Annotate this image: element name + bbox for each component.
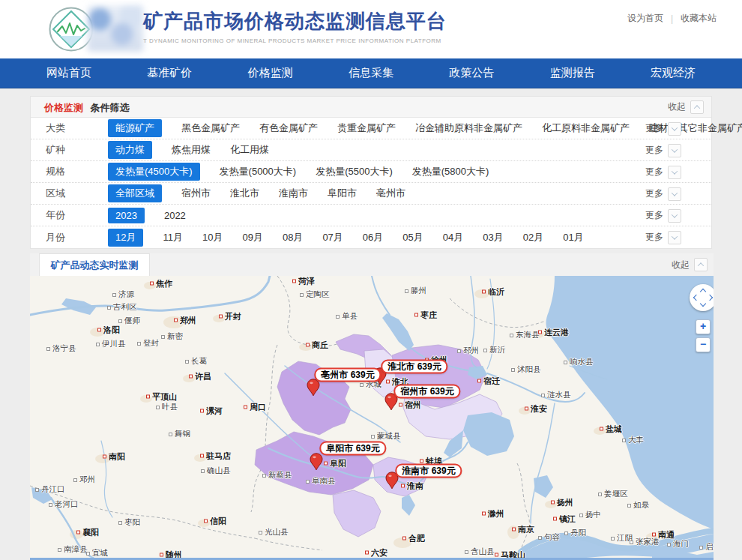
nav-item-1[interactable]: 基准矿价 [147,66,192,80]
filter-chip-selected[interactable]: 能源矿产 [108,119,162,137]
chevron-down-icon[interactable] [668,144,681,157]
filter-option[interactable]: 淮北市 [230,187,259,200]
chevron-down-icon[interactable] [668,166,681,179]
map-city-label: 邓州 [73,475,95,485]
filter-option[interactable]: 化工原料非金属矿产 [542,121,630,135]
filter-option[interactable]: 宿州市 [181,187,211,200]
more-control[interactable]: 更多 [645,183,681,205]
filter-option[interactable]: 发热量(5500大卡) [316,165,393,178]
city-dot-icon [564,532,568,535]
filter-option[interactable]: 08月 [283,231,303,244]
map-city-label: 阜南县 [306,476,336,487]
filter-option[interactable]: 05月 [402,231,423,244]
zoom-out-button[interactable]: − [696,337,711,352]
map-canvas[interactable]: 焦作菏泽济源定陶区滕州临沂吉利区枣庄偃师郑州开封单县洛阳东海县连云港新密登封伊川… [30,276,714,560]
map-city-label: 宿迁 [477,376,500,387]
price-marker-label[interactable]: 淮南市 639元 [395,464,462,478]
filter-row-label: 矿种 [46,143,108,157]
filter-row: 区域全部区域宿州市淮北市淮南市阜阳市亳州市更多 [31,183,711,205]
more-control[interactable]: 更多 [645,161,681,183]
filter-option[interactable]: 化工用煤 [230,143,269,157]
map-panel-head: 矿产品动态实时监测 收起 [30,253,714,276]
filter-option[interactable]: 07月 [322,231,343,244]
filter-option[interactable]: 2022 [164,210,186,221]
price-marker-label[interactable]: 阜阳市 639元 [319,442,386,456]
price-marker-label[interactable]: 淮北市 639元 [381,360,447,374]
price-pin-icon[interactable] [310,453,323,471]
price-marker-label[interactable]: 宿州市 639元 [393,385,460,399]
pan-left-icon[interactable] [693,295,699,301]
pan-down-icon[interactable] [700,301,706,307]
filter-option[interactable]: 10月 [202,231,223,244]
nav-item-2[interactable]: 价格监测 [248,66,293,80]
more-control[interactable]: 更多 [645,139,681,161]
nav-item-6[interactable]: 宏观经济 [651,66,696,80]
filter-chip-selected[interactable]: 全部区域 [108,184,162,202]
chevron-up-icon[interactable] [694,258,708,271]
filter-option[interactable]: 发热量(5000大卡) [220,165,297,178]
filter-option[interactable]: 有色金属矿产 [259,121,318,135]
filter-option[interactable]: 发热量(5800大卡) [412,165,489,178]
filter-option[interactable]: 亳州市 [376,187,405,200]
map-city-label: 济源 [112,289,134,300]
nav-item-0[interactable]: 网站首页 [46,66,91,80]
filter-chip-selected[interactable]: 12月 [108,229,143,247]
favorite-link[interactable]: 收藏本站 [681,12,717,25]
filter-option[interactable]: 淮南市 [279,187,308,200]
map-city-label: 伊川县 [96,339,126,349]
filter-row: 规格发热量(4500大卡)发热量(5000大卡)发热量(5500大卡)发热量(5… [31,161,711,183]
city-dot-icon [150,282,154,286]
filter-option[interactable]: 04月 [443,231,463,244]
chevron-down-icon[interactable] [668,187,681,201]
pan-right-icon[interactable] [707,295,713,301]
filter-collapse-control[interactable]: 收起 [668,97,704,117]
more-label: 更多 [645,187,663,200]
collapse-label: 收起 [672,259,690,271]
filter-option[interactable]: 11月 [163,231,183,244]
chevron-down-icon[interactable] [668,231,681,244]
nav-item-4[interactable]: 政策公告 [449,66,494,80]
city-dot-icon [292,280,296,283]
city-dot-icon [512,528,516,532]
filter-chip-selected[interactable]: 2023 [108,208,145,223]
more-control[interactable]: 更多 [645,226,681,248]
map-city-label: 新蔡县 [262,470,292,481]
filter-option[interactable]: 01月 [563,231,583,244]
chevron-up-icon[interactable] [690,100,704,114]
city-dot-icon [200,454,204,458]
filter-option[interactable]: 06月 [363,231,383,244]
map-city-label: 扬中 [579,510,601,520]
city-dot-icon [204,520,208,523]
filter-option[interactable]: 阜阳市 [328,187,357,200]
filter-option[interactable]: 炼焦用煤 [172,143,211,157]
map-tab[interactable]: 矿产品动态实时监测 [39,253,150,276]
pan-up-icon[interactable] [700,289,706,295]
filter-option[interactable]: 黑色金属矿产 [181,121,240,135]
filter-option[interactable]: 贵重金属矿产 [337,121,396,135]
filter-chip-selected[interactable]: 动力煤 [108,141,152,159]
nav-item-3[interactable]: 信息采集 [349,66,393,80]
map-collapse-control[interactable]: 收起 [672,253,708,276]
set-home-link[interactable]: 设为首页 [627,12,663,25]
chevron-down-icon[interactable] [668,209,681,223]
price-marker-label[interactable]: 亳州市 639元 [314,368,381,382]
more-label: 更多 [645,144,663,157]
city-dot-icon [402,537,406,541]
city-dot-icon [97,328,101,332]
city-dot-icon [627,504,631,508]
filter-chip-selected[interactable]: 发热量(4500大卡) [108,163,200,181]
city-dot-icon [465,550,468,554]
chevron-down-icon[interactable] [668,122,681,136]
filter-option[interactable]: 冶金辅助原料非金属矿产 [415,121,522,135]
filter-option[interactable]: 09月 [242,231,262,244]
zoom-in-button[interactable]: + [696,319,711,334]
more-label: 更多 [645,209,663,222]
more-control[interactable]: 更多 [645,118,681,139]
nav-item-5[interactable]: 监测报告 [550,66,595,80]
more-control[interactable]: 更多 [645,205,681,226]
filter-option[interactable]: 02月 [523,231,543,244]
map-pan-control[interactable] [690,284,714,311]
city-dot-icon [482,512,486,516]
city-dot-icon [259,531,262,535]
filter-option[interactable]: 03月 [483,231,503,244]
